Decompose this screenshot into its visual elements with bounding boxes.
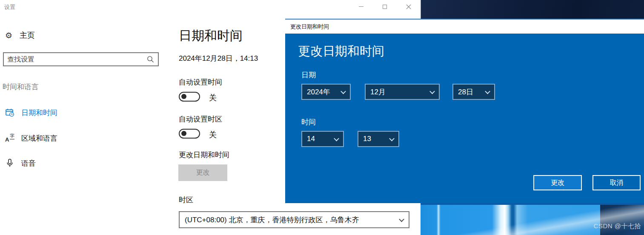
timezone-label: 时区 <box>179 195 193 205</box>
minimize-button[interactable] <box>349 0 373 13</box>
hour-select[interactable]: 14 <box>301 131 344 147</box>
dialog-titlebar[interactable]: 更改日期和时间 <box>285 20 644 34</box>
maximize-button[interactable] <box>373 0 397 13</box>
windows-settings-screen: 设置 ⚙ 主页 时间和语言 <box>0 0 644 235</box>
day-select[interactable]: 28日 <box>452 84 495 100</box>
chevron-down-icon <box>389 136 395 141</box>
sidebar-item-label: 日期和时间 <box>21 108 57 118</box>
watermark: CSDN @十七拾 <box>594 222 641 230</box>
sidebar-item-date-time[interactable]: 日期和时间 <box>5 107 57 118</box>
chevron-down-icon <box>399 216 404 222</box>
year-value: 2024年 <box>307 87 330 97</box>
change-datetime-label: 更改日期和时间 <box>179 150 229 160</box>
current-datetime: 2024年12月28日，14:13 <box>179 54 258 63</box>
chevron-down-icon <box>429 88 435 94</box>
dialog-change-button[interactable]: 更改 <box>533 175 582 190</box>
search-icon[interactable] <box>147 56 158 63</box>
dialog-heading: 更改日期和时间 <box>298 43 384 60</box>
date-label: 日期 <box>301 70 316 80</box>
day-value: 28日 <box>458 87 473 97</box>
timezone-value: (UTC+08:00) 北京，重庆，香港特别行政区，乌鲁木齐 <box>185 215 359 225</box>
sidebar-item-region-language[interactable]: A 字 区域和语言 <box>5 133 57 144</box>
microphone-icon <box>5 159 14 168</box>
auto-time-label: 自动设置时间 <box>179 77 222 87</box>
dialog-cancel-button[interactable]: 取消 <box>592 175 641 190</box>
change-button-disabled[interactable]: 更改 <box>178 164 227 181</box>
close-icon <box>406 4 411 9</box>
desktop-wallpaper-top <box>421 0 644 19</box>
auto-time-state: 关 <box>209 93 217 103</box>
chevron-down-icon <box>485 88 490 94</box>
hour-value: 14 <box>307 135 315 143</box>
maximize-icon <box>383 5 387 9</box>
dialog-body: 更改日期和时间 日期 2024年 12月 28日 时间 14 13 <box>285 34 644 203</box>
page-title: 日期和时间 <box>179 27 243 45</box>
auto-timezone-label: 自动设置时区 <box>179 114 222 124</box>
sidebar-item-label: 区域和语言 <box>21 133 57 143</box>
sidebar-section-header: 时间和语言 <box>3 82 39 92</box>
minute-select[interactable]: 13 <box>358 131 399 147</box>
minimize-icon <box>359 6 364 7</box>
auto-timezone-toggle[interactable] <box>179 129 200 139</box>
window-controls <box>349 0 421 13</box>
auto-time-toggle[interactable] <box>179 92 200 102</box>
close-button[interactable] <box>397 0 421 13</box>
search-input[interactable] <box>4 56 147 63</box>
month-value: 12月 <box>370 87 386 97</box>
wallpaper-light-beam <box>421 205 644 235</box>
toggle-knob <box>181 94 186 99</box>
auto-timezone-state: 关 <box>209 130 217 140</box>
search-box <box>3 52 159 66</box>
sidebar-item-speech[interactable]: 语音 <box>5 158 36 169</box>
change-datetime-dialog: 更改日期和时间 更改日期和时间 日期 2024年 12月 28日 时间 14 <box>285 19 644 203</box>
dialog-title: 更改日期和时间 <box>290 23 329 31</box>
chevron-down-icon <box>341 88 346 94</box>
chevron-down-icon <box>334 136 339 141</box>
time-label: 时间 <box>301 117 316 127</box>
sidebar-item-label: 语音 <box>21 159 36 168</box>
month-select[interactable]: 12月 <box>365 84 440 100</box>
calendar-clock-icon <box>5 108 14 117</box>
gear-icon: ⚙ <box>5 31 12 40</box>
sidebar-item-home[interactable]: ⚙ 主页 <box>5 30 35 41</box>
timezone-select[interactable]: (UTC+08:00) 北京，重庆，香港特别行政区，乌鲁木齐 <box>179 211 409 228</box>
minute-value: 13 <box>363 135 371 143</box>
toggle-knob <box>181 131 186 136</box>
window-title: 设置 <box>4 3 15 11</box>
home-label: 主页 <box>20 30 35 40</box>
translate-icon: A 字 <box>5 133 14 143</box>
year-select[interactable]: 2024年 <box>301 84 351 100</box>
